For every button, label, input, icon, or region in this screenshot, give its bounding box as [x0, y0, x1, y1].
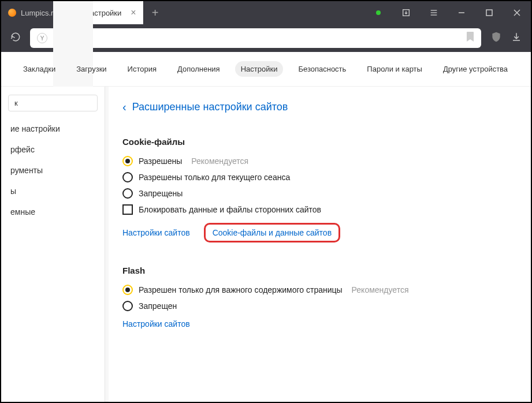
- sidebar-item[interactable]: ы: [1, 181, 105, 201]
- flash-section: Flash Разрешен только для важного содерж…: [122, 266, 517, 329]
- main-area: к ие настройки рфейс рументы ы емные ‹ Р…: [1, 87, 531, 402]
- maximize-button[interactable]: [475, 1, 503, 24]
- radio-icon: [122, 285, 133, 295]
- checkbox-icon: [122, 204, 133, 215]
- site-settings-link[interactable]: Настройки сайтов: [122, 319, 190, 329]
- bookmark-icon[interactable]: [466, 32, 474, 44]
- address-field[interactable]: Y settings Настройки: [30, 28, 481, 48]
- radio-icon: [122, 156, 133, 166]
- navtab-addons[interactable]: Дополнения: [172, 61, 226, 77]
- back-link-label: Расширенные настройки сайтов: [132, 101, 288, 113]
- tab-favicon-lumpics: [8, 9, 16, 17]
- radio-label: Разрешены: [139, 156, 182, 166]
- cookie-data-link[interactable]: Cookie-файлы и данные сайтов: [213, 228, 332, 237]
- adblock-icon[interactable]: [490, 31, 502, 45]
- titlebar-right: [364, 1, 531, 24]
- site-settings-link[interactable]: Настройки сайтов: [122, 228, 190, 237]
- navtab-downloads[interactable]: Загрузки: [70, 61, 112, 77]
- radio-label: Разрешен только для важного содержимого …: [139, 285, 343, 294]
- tab-label: Lumpics.ru: [21, 9, 58, 17]
- close-window-button[interactable]: [503, 1, 531, 24]
- minimize-button[interactable]: [448, 1, 475, 24]
- sidebar-item[interactable]: ие настройки: [1, 118, 105, 139]
- back-link[interactable]: ‹ Расширенные настройки сайтов: [122, 100, 517, 114]
- status-indicator[interactable]: [364, 1, 392, 24]
- reload-button[interactable]: [10, 32, 21, 45]
- cookies-session-only[interactable]: Разрешены только для текущего сеанса: [122, 172, 517, 182]
- navtab-bookmarks[interactable]: Закладки: [17, 61, 61, 77]
- navtab-history[interactable]: История: [122, 61, 162, 77]
- navtab-passwords[interactable]: Пароли и карты: [361, 61, 428, 77]
- chevron-left-icon: ‹: [122, 100, 127, 114]
- section-title: Flash: [122, 266, 517, 275]
- address-bar: Y settings Настройки: [1, 24, 531, 52]
- downloads-icon[interactable]: [392, 1, 420, 24]
- cookies-block-thirdparty[interactable]: Блокировать данные и файлы сторонних сай…: [122, 204, 517, 215]
- highlight-annotation: Cookie-файлы и данные сайтов: [204, 223, 340, 242]
- cookies-section: Cookie-файлы Разрешены Рекомендуется Раз…: [122, 137, 517, 242]
- flash-allowed-important[interactable]: Разрешен только для важного содержимого …: [122, 285, 517, 295]
- cookies-allowed[interactable]: Разрешены Рекомендуется: [122, 156, 517, 166]
- sidebar-item[interactable]: емные: [1, 201, 105, 222]
- sidebar-search[interactable]: к: [8, 95, 98, 111]
- sidebar-item[interactable]: рументы: [1, 160, 105, 181]
- menu-icon[interactable]: [420, 1, 448, 24]
- checkbox-label: Блокировать данные и файлы сторонних сай…: [139, 205, 321, 214]
- radio-label: Запрещены: [139, 189, 183, 198]
- svg-rect-5: [486, 10, 492, 16]
- radio-icon: [122, 301, 133, 311]
- radio-icon: [122, 188, 133, 199]
- recommended-hint: Рекомендуется: [352, 285, 409, 294]
- settings-content: ‹ Расширенные настройки сайтов Cookie-фа…: [109, 87, 531, 402]
- flash-blocked[interactable]: Запрещен: [122, 301, 517, 311]
- cookies-blocked[interactable]: Запрещены: [122, 188, 517, 199]
- recommended-hint: Рекомендуется: [191, 156, 248, 166]
- navtab-security[interactable]: Безопасность: [292, 61, 352, 77]
- new-tab-button[interactable]: +: [144, 1, 167, 24]
- radio-icon: [122, 172, 133, 182]
- yandex-icon: Y: [37, 33, 47, 43]
- radio-label: Разрешены только для текущего сеанса: [139, 173, 290, 182]
- settings-sidebar: к ие настройки рфейс рументы ы емные: [1, 87, 105, 402]
- radio-label: Запрещен: [139, 301, 177, 311]
- download-icon[interactable]: [511, 32, 522, 44]
- section-title: Cookie-файлы: [122, 137, 517, 147]
- sidebar-item[interactable]: рфейс: [1, 139, 105, 160]
- navtab-devices[interactable]: Другие устройства: [437, 61, 514, 77]
- close-icon[interactable]: ×: [131, 8, 136, 17]
- navtab-settings[interactable]: Настройки: [235, 61, 284, 77]
